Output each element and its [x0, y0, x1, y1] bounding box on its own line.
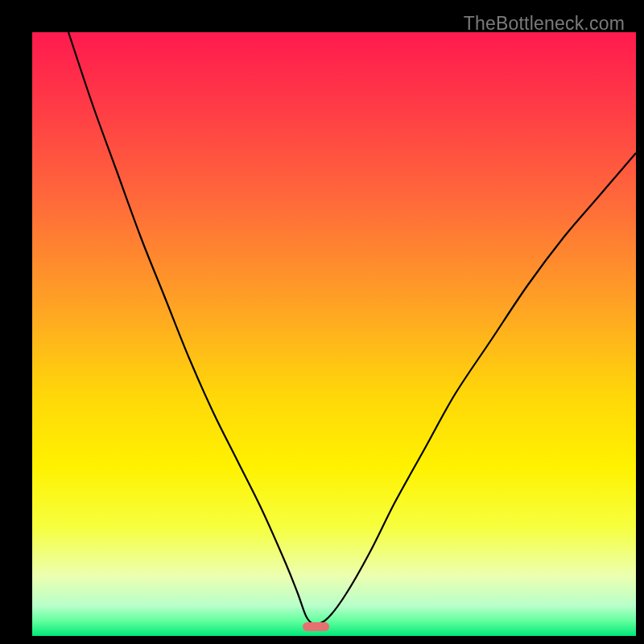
plot-area [32, 32, 636, 636]
optimum-marker [303, 622, 330, 631]
watermark-label: TheBottleneck.com [464, 13, 625, 35]
chart-frame: TheBottleneck.com [8, 8, 636, 636]
bottleneck-curve [32, 32, 636, 636]
